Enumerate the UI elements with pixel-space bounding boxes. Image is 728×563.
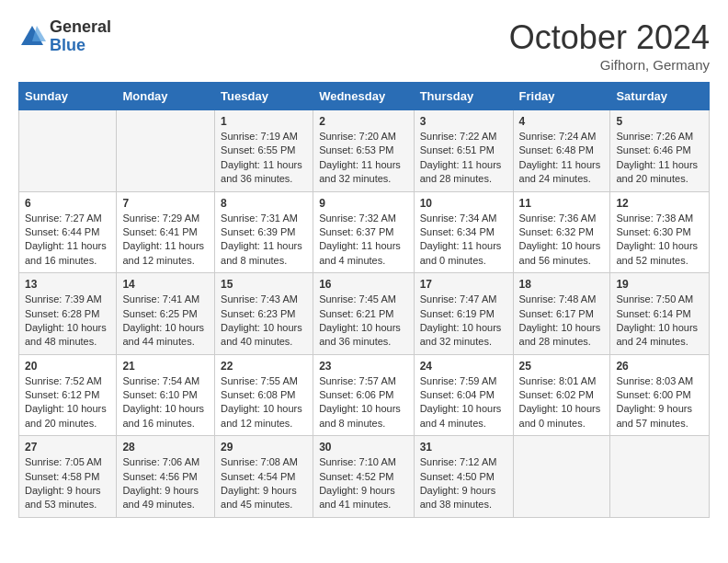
calendar-cell: 11Sunrise: 7:36 AM Sunset: 6:32 PM Dayli… <box>513 191 610 273</box>
calendar-cell: 18Sunrise: 7:48 AM Sunset: 6:17 PM Dayli… <box>513 273 610 355</box>
day-info: Sunrise: 7:39 AM Sunset: 6:28 PM Dayligh… <box>25 293 110 350</box>
day-number: 16 <box>319 278 408 291</box>
calendar-cell: 2Sunrise: 7:20 AM Sunset: 6:53 PM Daylig… <box>313 110 415 192</box>
calendar-cell: 19Sunrise: 7:50 AM Sunset: 6:14 PM Dayli… <box>610 273 710 355</box>
day-info: Sunrise: 7:45 AM Sunset: 6:21 PM Dayligh… <box>319 293 408 350</box>
day-info: Sunrise: 7:20 AM Sunset: 6:53 PM Dayligh… <box>319 130 408 187</box>
logo-blue: Blue <box>50 37 111 55</box>
day-info: Sunrise: 7:22 AM Sunset: 6:51 PM Dayligh… <box>420 130 507 187</box>
day-info: Sunrise: 7:54 AM Sunset: 6:10 PM Dayligh… <box>122 374 209 431</box>
day-number: 19 <box>616 278 703 291</box>
calendar-cell: 26Sunrise: 8:03 AM Sunset: 6:00 PM Dayli… <box>610 354 710 436</box>
day-info: Sunrise: 7:41 AM Sunset: 6:25 PM Dayligh… <box>122 293 209 350</box>
calendar-cell <box>19 110 117 192</box>
calendar-week-row: 13Sunrise: 7:39 AM Sunset: 6:28 PM Dayli… <box>19 273 710 355</box>
calendar-table: SundayMondayTuesdayWednesdayThursdayFrid… <box>18 82 710 518</box>
day-info: Sunrise: 7:59 AM Sunset: 6:04 PM Dayligh… <box>420 374 507 431</box>
day-number: 30 <box>319 441 408 454</box>
weekday-header-friday: Friday <box>513 83 610 110</box>
day-number: 15 <box>221 278 307 291</box>
calendar-cell: 31Sunrise: 7:12 AM Sunset: 4:50 PM Dayli… <box>414 436 513 518</box>
day-number: 10 <box>420 197 507 210</box>
weekday-header-row: SundayMondayTuesdayWednesdayThursdayFrid… <box>19 83 710 110</box>
calendar-week-row: 27Sunrise: 7:05 AM Sunset: 4:58 PM Dayli… <box>19 436 710 518</box>
calendar-cell: 23Sunrise: 7:57 AM Sunset: 6:06 PM Dayli… <box>313 354 415 436</box>
calendar-week-row: 6Sunrise: 7:27 AM Sunset: 6:44 PM Daylig… <box>19 191 710 273</box>
day-info: Sunrise: 7:31 AM Sunset: 6:39 PM Dayligh… <box>221 212 307 269</box>
day-number: 25 <box>519 360 605 373</box>
calendar-cell: 5Sunrise: 7:26 AM Sunset: 6:46 PM Daylig… <box>610 110 710 192</box>
weekday-header-tuesday: Tuesday <box>215 83 313 110</box>
calendar-cell: 8Sunrise: 7:31 AM Sunset: 6:39 PM Daylig… <box>215 191 313 273</box>
day-info: Sunrise: 7:38 AM Sunset: 6:30 PM Dayligh… <box>616 212 703 269</box>
weekday-header-saturday: Saturday <box>610 83 710 110</box>
calendar-cell: 15Sunrise: 7:43 AM Sunset: 6:23 PM Dayli… <box>215 273 313 355</box>
calendar-body: 1Sunrise: 7:19 AM Sunset: 6:55 PM Daylig… <box>19 110 710 518</box>
calendar-cell: 12Sunrise: 7:38 AM Sunset: 6:30 PM Dayli… <box>610 191 710 273</box>
day-info: Sunrise: 7:06 AM Sunset: 4:56 PM Dayligh… <box>122 455 209 512</box>
calendar-week-row: 1Sunrise: 7:19 AM Sunset: 6:55 PM Daylig… <box>19 110 710 192</box>
logo-icon <box>18 23 46 51</box>
day-info: Sunrise: 7:27 AM Sunset: 6:44 PM Dayligh… <box>25 212 110 269</box>
day-number: 6 <box>25 197 110 210</box>
calendar-cell: 13Sunrise: 7:39 AM Sunset: 6:28 PM Dayli… <box>19 273 117 355</box>
day-number: 2 <box>319 115 408 128</box>
calendar-cell: 10Sunrise: 7:34 AM Sunset: 6:34 PM Dayli… <box>414 191 513 273</box>
day-number: 8 <box>221 197 307 210</box>
day-number: 31 <box>420 441 507 454</box>
location-subtitle: Gifhorn, Germany <box>509 57 710 73</box>
day-info: Sunrise: 7:57 AM Sunset: 6:06 PM Dayligh… <box>319 374 408 431</box>
day-number: 5 <box>616 115 703 128</box>
day-info: Sunrise: 7:12 AM Sunset: 4:50 PM Dayligh… <box>420 455 507 512</box>
day-info: Sunrise: 7:29 AM Sunset: 6:41 PM Dayligh… <box>122 212 209 269</box>
calendar-cell: 21Sunrise: 7:54 AM Sunset: 6:10 PM Dayli… <box>117 354 215 436</box>
calendar-cell: 25Sunrise: 8:01 AM Sunset: 6:02 PM Dayli… <box>513 354 610 436</box>
title-section: October 2024 Gifhorn, Germany <box>509 18 710 73</box>
day-number: 4 <box>519 115 605 128</box>
logo-text: General Blue <box>50 18 111 55</box>
day-info: Sunrise: 7:08 AM Sunset: 4:54 PM Dayligh… <box>221 455 307 512</box>
day-info: Sunrise: 7:48 AM Sunset: 6:17 PM Dayligh… <box>519 293 605 350</box>
day-number: 24 <box>420 360 507 373</box>
calendar-cell <box>610 436 710 518</box>
calendar-cell: 6Sunrise: 7:27 AM Sunset: 6:44 PM Daylig… <box>19 191 117 273</box>
day-number: 18 <box>519 278 605 291</box>
day-info: Sunrise: 8:01 AM Sunset: 6:02 PM Dayligh… <box>519 374 605 431</box>
page-header: General Blue October 2024 Gifhorn, Germa… <box>18 18 710 73</box>
calendar-cell: 24Sunrise: 7:59 AM Sunset: 6:04 PM Dayli… <box>414 354 513 436</box>
day-number: 14 <box>122 278 209 291</box>
day-info: Sunrise: 7:05 AM Sunset: 4:58 PM Dayligh… <box>25 455 110 512</box>
calendar-cell <box>513 436 610 518</box>
day-info: Sunrise: 8:03 AM Sunset: 6:00 PM Dayligh… <box>616 374 703 431</box>
calendar-cell: 14Sunrise: 7:41 AM Sunset: 6:25 PM Dayli… <box>117 273 215 355</box>
weekday-header-sunday: Sunday <box>19 83 117 110</box>
day-info: Sunrise: 7:43 AM Sunset: 6:23 PM Dayligh… <box>221 293 307 350</box>
month-title: October 2024 <box>509 18 710 57</box>
day-number: 13 <box>25 278 110 291</box>
weekday-header-monday: Monday <box>117 83 215 110</box>
calendar-cell: 3Sunrise: 7:22 AM Sunset: 6:51 PM Daylig… <box>414 110 513 192</box>
day-info: Sunrise: 7:24 AM Sunset: 6:48 PM Dayligh… <box>519 130 605 187</box>
calendar-cell <box>117 110 215 192</box>
day-info: Sunrise: 7:55 AM Sunset: 6:08 PM Dayligh… <box>221 374 307 431</box>
day-number: 21 <box>122 360 209 373</box>
day-number: 7 <box>122 197 209 210</box>
calendar-cell: 20Sunrise: 7:52 AM Sunset: 6:12 PM Dayli… <box>19 354 117 436</box>
calendar-cell: 29Sunrise: 7:08 AM Sunset: 4:54 PM Dayli… <box>215 436 313 518</box>
calendar-cell: 16Sunrise: 7:45 AM Sunset: 6:21 PM Dayli… <box>313 273 415 355</box>
calendar-cell: 17Sunrise: 7:47 AM Sunset: 6:19 PM Dayli… <box>414 273 513 355</box>
day-info: Sunrise: 7:47 AM Sunset: 6:19 PM Dayligh… <box>420 293 507 350</box>
day-number: 3 <box>420 115 507 128</box>
day-number: 22 <box>221 360 307 373</box>
day-info: Sunrise: 7:36 AM Sunset: 6:32 PM Dayligh… <box>519 212 605 269</box>
day-number: 27 <box>25 441 110 454</box>
day-info: Sunrise: 7:10 AM Sunset: 4:52 PM Dayligh… <box>319 455 408 512</box>
logo-general: General <box>50 18 111 37</box>
day-info: Sunrise: 7:50 AM Sunset: 6:14 PM Dayligh… <box>616 293 703 350</box>
calendar-cell: 4Sunrise: 7:24 AM Sunset: 6:48 PM Daylig… <box>513 110 610 192</box>
calendar-header: SundayMondayTuesdayWednesdayThursdayFrid… <box>19 83 710 110</box>
day-info: Sunrise: 7:26 AM Sunset: 6:46 PM Dayligh… <box>616 130 703 187</box>
day-number: 11 <box>519 197 605 210</box>
day-number: 20 <box>25 360 110 373</box>
logo: General Blue <box>18 18 111 55</box>
